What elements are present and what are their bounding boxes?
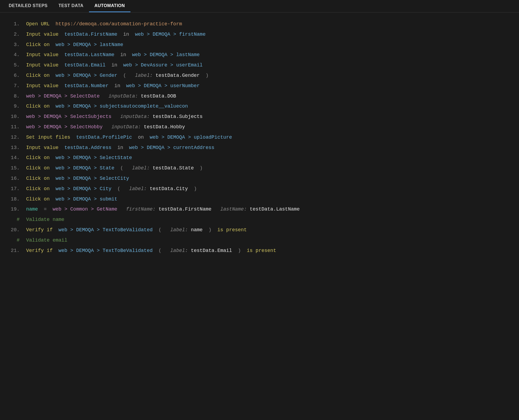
line-content: Click on web > DEMOQA > State ( label: t…	[26, 163, 203, 174]
token: Click on	[26, 184, 50, 194]
code-line[interactable]: 1.Open URL https://demoqa.com/automation…	[3, 19, 516, 29]
line-content: Open URL https://demoqa.com/automation-p…	[26, 19, 182, 29]
code-line[interactable]: 5.Input value testData.Email in web > De…	[3, 60, 516, 71]
token: testData.Number	[64, 81, 108, 91]
token	[50, 163, 56, 174]
token: >	[62, 122, 70, 132]
code-editor[interactable]: 1.Open URL https://demoqa.com/automation…	[0, 13, 519, 259]
code-line[interactable]: 21.Verify if web > DEMOQA > TextToBeVali…	[3, 246, 516, 256]
code-line[interactable]: 19.name = web > Common > GetName firstNa…	[3, 204, 516, 215]
tab-test-data[interactable]: TEST DATA	[53, 0, 89, 12]
token: >	[64, 101, 73, 112]
token: web	[56, 101, 64, 112]
code-line[interactable]: 18.Click on web > DEMOQA > submit	[3, 194, 516, 205]
code-line[interactable]: 17.Click on web > DEMOQA > City ( label:…	[3, 184, 516, 194]
token: testData.Address	[64, 143, 111, 153]
code-line[interactable]: 4.Input value testData.LastName in web >…	[3, 50, 516, 60]
comment-line[interactable]: #Validate name	[3, 215, 516, 225]
token: GetName	[97, 204, 117, 215]
line-number: 4.	[3, 50, 26, 60]
token: >	[64, 163, 73, 174]
token: >	[88, 204, 97, 215]
token: >	[164, 143, 173, 153]
tab-automation[interactable]: AUTOMATION	[89, 0, 130, 12]
code-line[interactable]: 15.Click on web > DEMOQA > State ( label…	[3, 163, 516, 174]
token	[126, 50, 132, 60]
token: testData.DOB	[141, 91, 176, 102]
line-number: 3.	[3, 40, 26, 50]
line-content: name = web > Common > GetName firstName:…	[26, 204, 300, 215]
code-line[interactable]: 13.Input value testData.Address in web >…	[3, 143, 516, 153]
tab-detailed-steps[interactable]: DETAILED STEPS	[3, 0, 53, 12]
token: userEmail	[176, 60, 203, 71]
token: (	[153, 246, 164, 256]
comment-line[interactable]: #Validate email	[3, 235, 516, 246]
code-line[interactable]: 11.web > DEMOQA > SelectHobby inputData:…	[3, 122, 516, 132]
line-number: 7.	[3, 81, 26, 91]
code-line[interactable]: 2.Input value testData.FirstName in web …	[3, 29, 516, 40]
line-content: Input value testData.Number in web > DEM…	[26, 81, 200, 91]
token: web	[150, 132, 158, 143]
token: Set input files	[26, 132, 70, 143]
token: DEMOQA	[73, 184, 91, 194]
token	[120, 81, 126, 91]
token: in	[114, 81, 120, 91]
line-content: Verify if web > DEMOQA > TextToBeValidat…	[26, 225, 247, 235]
code-line[interactable]: 6.Click on web > DEMOQA > Gender ( label…	[3, 71, 516, 81]
token: >	[64, 184, 73, 194]
token	[117, 29, 123, 40]
token: >	[94, 246, 102, 256]
token: >	[91, 40, 100, 50]
token: Click on	[26, 153, 50, 163]
line-content: Click on web > DEMOQA > SelectCity	[26, 174, 129, 184]
token: lastName:	[217, 204, 250, 215]
token	[123, 143, 129, 153]
token: Click on	[26, 40, 50, 50]
token: >	[158, 132, 167, 143]
token: Verify if	[26, 225, 53, 235]
token: >	[91, 101, 100, 112]
code-line[interactable]: 9.Click on web > DEMOQA > subjectsautoco…	[3, 101, 516, 112]
token: =	[38, 204, 53, 215]
code-line[interactable]: 7.Input value testData.Number in web > D…	[3, 81, 516, 91]
token: >	[35, 122, 44, 132]
token: testData.FirstName	[158, 204, 211, 215]
token: SelectSubjects	[70, 112, 111, 122]
code-line[interactable]: 10.web > DEMOQA > SelectSubjects inputDa…	[3, 112, 516, 122]
token: in	[111, 60, 117, 71]
token: >	[167, 60, 176, 71]
token: >	[144, 29, 152, 40]
token: testData.ProfilePic	[76, 132, 132, 143]
token: >	[91, 174, 100, 184]
token: SelectCity	[100, 174, 129, 184]
token: web	[132, 50, 141, 60]
token	[59, 29, 65, 40]
token: testData.Email	[191, 246, 232, 256]
token: >	[62, 204, 70, 215]
code-line[interactable]: 20.Verify if web > DEMOQA > TextToBeVali…	[3, 225, 516, 235]
token: Validate name	[26, 215, 64, 225]
token: submit	[100, 194, 117, 205]
line-number: 21.	[3, 246, 26, 256]
token: DEMOQA	[73, 174, 91, 184]
code-line[interactable]: 3.Click on web > DEMOQA > lastName	[3, 40, 516, 50]
token	[70, 132, 76, 143]
token	[111, 112, 117, 122]
line-content: Input value testData.LastName in web > D…	[26, 50, 200, 60]
code-line[interactable]: 16.Click on web > DEMOQA > SelectCity	[3, 174, 516, 184]
code-line[interactable]: 14.Click on web > DEMOQA > SelectState	[3, 153, 516, 163]
token: is present	[214, 225, 247, 235]
token: >	[141, 50, 149, 60]
token	[100, 91, 106, 102]
token: SelectState	[100, 153, 132, 163]
code-line[interactable]: 12.Set input files testData.ProfilePic o…	[3, 132, 516, 143]
line-content: Click on web > DEMOQA > submit	[26, 194, 117, 205]
token: web	[56, 194, 64, 205]
token: >	[91, 153, 100, 163]
token	[129, 29, 135, 40]
code-line[interactable]: 8.web > DEMOQA > SelectDate inputData: t…	[3, 91, 516, 102]
token: web	[135, 29, 144, 40]
line-content: Validate email	[26, 235, 67, 246]
token: (	[111, 184, 123, 194]
token: Gender	[100, 71, 117, 81]
